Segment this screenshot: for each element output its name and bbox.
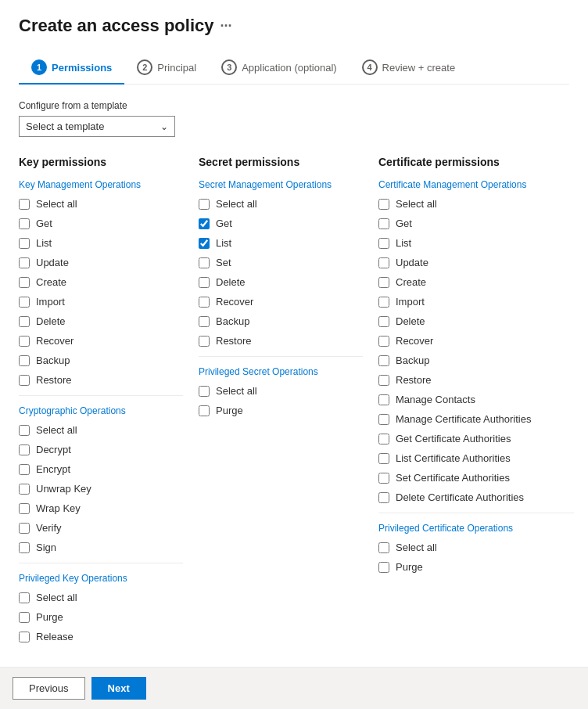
key-restore-label[interactable]: Restore [36, 374, 72, 386]
key-delete-checkbox[interactable] [19, 316, 30, 327]
previous-button[interactable]: Previous [13, 677, 85, 700]
sec-set-checkbox[interactable] [199, 257, 210, 268]
cert-delete-label[interactable]: Delete [396, 315, 425, 327]
cert-recover-label[interactable]: Recover [396, 335, 433, 347]
key-select-all-checkbox[interactable] [19, 199, 30, 210]
cert-manage-contacts-label[interactable]: Manage Contacts [396, 394, 475, 405]
key-unwrap-checkbox[interactable] [19, 484, 30, 495]
cert-manage-contacts-checkbox[interactable] [378, 394, 389, 405]
sec-list-label[interactable]: List [216, 237, 231, 249]
key-list-checkbox[interactable] [19, 238, 30, 249]
cert-delete-ca-checkbox[interactable] [378, 492, 389, 503]
cert-backup-checkbox[interactable] [378, 355, 389, 366]
sec-get-label[interactable]: Get [216, 218, 232, 229]
cert-list-ca-label[interactable]: List Certificate Authorities [396, 452, 511, 464]
cert-delete-checkbox[interactable] [378, 316, 389, 327]
cert-set-ca-checkbox[interactable] [378, 473, 389, 484]
cert-import-label[interactable]: Import [396, 296, 425, 308]
sec-restore-label[interactable]: Restore [216, 335, 252, 347]
cert-get-label[interactable]: Get [396, 218, 412, 229]
sec-recover-label[interactable]: Recover [216, 296, 253, 308]
cert-update-label[interactable]: Update [396, 257, 428, 268]
cert-update-checkbox[interactable] [378, 257, 389, 268]
key-update-label[interactable]: Update [36, 257, 69, 268]
sec-purge-label[interactable]: Purge [216, 405, 243, 416]
cert-list-ca-checkbox[interactable] [378, 453, 389, 464]
key-backup-checkbox[interactable] [19, 355, 30, 366]
cert-purge-label[interactable]: Purge [396, 561, 423, 573]
key-priv-select-all-checkbox[interactable] [19, 592, 30, 603]
sec-delete-label[interactable]: Delete [216, 276, 246, 288]
key-encrypt-checkbox[interactable] [19, 464, 30, 475]
key-import-label[interactable]: Import [36, 296, 65, 308]
cert-get-ca-checkbox[interactable] [378, 434, 389, 444]
key-create-label[interactable]: Create [36, 276, 66, 288]
cert-create-checkbox[interactable] [378, 277, 389, 288]
next-button[interactable]: Next [91, 677, 146, 700]
cert-set-ca-label[interactable]: Set Certificate Authorities [396, 472, 510, 484]
cert-manage-ca-checkbox[interactable] [378, 414, 389, 425]
key-purge-label[interactable]: Purge [36, 611, 63, 623]
key-priv-select-all-label[interactable]: Select all [36, 592, 77, 603]
key-sign-label[interactable]: Sign [36, 542, 56, 553]
cert-restore-label[interactable]: Restore [396, 374, 432, 386]
tab-principal[interactable]: 2 Principal [124, 52, 209, 85]
cert-restore-checkbox[interactable] [378, 375, 389, 386]
cert-get-ca-label[interactable]: Get Certificate Authorities [396, 433, 511, 444]
key-unwrap-label[interactable]: Unwrap Key [36, 483, 91, 495]
key-get-label[interactable]: Get [36, 218, 52, 229]
key-import-checkbox[interactable] [19, 297, 30, 308]
cert-delete-ca-label[interactable]: Delete Certificate Authorities [396, 491, 524, 503]
sec-select-all-checkbox[interactable] [199, 199, 210, 210]
cert-select-all-checkbox[interactable] [378, 199, 389, 210]
key-sign-checkbox[interactable] [19, 542, 30, 553]
sec-purge-checkbox[interactable] [199, 405, 210, 416]
tab-application[interactable]: 3 Application (optional) [209, 52, 349, 85]
sec-delete-checkbox[interactable] [199, 277, 210, 288]
key-list-label[interactable]: List [36, 237, 52, 249]
cert-purge-checkbox[interactable] [378, 562, 389, 573]
key-decrypt-checkbox[interactable] [19, 444, 30, 455]
key-update-checkbox[interactable] [19, 257, 30, 268]
key-delete-label[interactable]: Delete [36, 315, 66, 327]
key-verify-checkbox[interactable] [19, 523, 30, 534]
key-crypto-select-all-checkbox[interactable] [19, 425, 30, 436]
sec-recover-checkbox[interactable] [199, 297, 210, 308]
key-wrap-label[interactable]: Wrap Key [36, 502, 81, 514]
cert-select-all-label[interactable]: Select all [396, 198, 437, 210]
key-backup-label[interactable]: Backup [36, 354, 70, 366]
cert-priv-select-all-checkbox[interactable] [378, 542, 389, 553]
page-title-ellipsis[interactable]: ··· [220, 18, 231, 34]
cert-import-checkbox[interactable] [378, 297, 389, 308]
cert-recover-checkbox[interactable] [378, 336, 389, 347]
key-recover-checkbox[interactable] [19, 336, 30, 347]
sec-set-label[interactable]: Set [216, 257, 231, 268]
sec-backup-label[interactable]: Backup [216, 315, 249, 327]
cert-create-label[interactable]: Create [396, 276, 426, 288]
cert-list-label[interactable]: List [396, 237, 411, 249]
key-encrypt-label[interactable]: Encrypt [36, 463, 70, 475]
key-release-checkbox[interactable] [19, 632, 30, 642]
key-purge-checkbox[interactable] [19, 612, 30, 623]
tab-permissions[interactable]: 1 Permissions [19, 52, 124, 85]
key-get-checkbox[interactable] [19, 218, 30, 229]
key-wrap-checkbox[interactable] [19, 503, 30, 514]
key-create-checkbox[interactable] [19, 277, 30, 288]
cert-backup-label[interactable]: Backup [396, 354, 429, 366]
cert-get-checkbox[interactable] [378, 218, 389, 229]
template-dropdown[interactable]: Select a template ⌄ [19, 116, 175, 137]
cert-priv-select-all-label[interactable]: Select all [396, 542, 437, 553]
cert-manage-ca-label[interactable]: Manage Certificate Authorities [396, 413, 531, 425]
key-decrypt-label[interactable]: Decrypt [36, 444, 71, 455]
cert-list-checkbox[interactable] [378, 238, 389, 249]
key-recover-label[interactable]: Recover [36, 335, 74, 347]
sec-get-checkbox[interactable] [199, 218, 210, 229]
sec-list-checkbox[interactable] [199, 238, 210, 249]
sec-priv-select-all-label[interactable]: Select all [216, 385, 257, 397]
key-restore-checkbox[interactable] [19, 375, 30, 386]
key-release-label[interactable]: Release [36, 631, 74, 642]
sec-priv-select-all-checkbox[interactable] [199, 386, 210, 397]
sec-select-all-label[interactable]: Select all [216, 198, 257, 210]
sec-backup-checkbox[interactable] [199, 316, 210, 327]
key-select-all-label[interactable]: Select all [36, 198, 77, 210]
